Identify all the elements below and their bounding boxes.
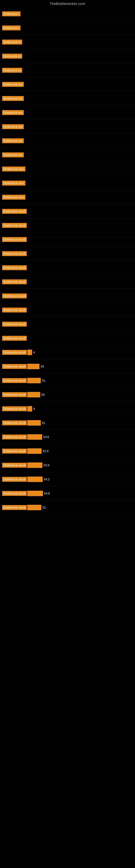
- bottleneck-label: Bottleneck res: [2, 110, 24, 115]
- table-row: Bottleneck result: [0, 204, 135, 218]
- table-row: Bottleneck result4: [0, 345, 135, 360]
- bottleneck-label: Bottleneck result: [2, 448, 27, 454]
- table-row: Bottleneck result50: [0, 388, 135, 402]
- table-row: Bottleneck res: [0, 91, 135, 105]
- bar-segment: [27, 350, 32, 355]
- bottleneck-label: Bottleneck result: [2, 435, 27, 439]
- table-row: Bottleneck result54.2: [0, 472, 135, 486]
- table-row: Bottleneck result: [0, 247, 135, 261]
- bar-value: 49: [41, 365, 44, 368]
- bottleneck-label: Bottleneck resu: [2, 166, 26, 172]
- table-row: Bottleneck res: [0, 134, 135, 148]
- bar-segment: [27, 505, 41, 510]
- table-row: Bottleneck result: [0, 303, 135, 317]
- bottleneck-label: Bottleneck result: [2, 350, 27, 355]
- table-row: Bottleneck result: [0, 232, 135, 247]
- bottleneck-label: Bottleneck result: [2, 505, 27, 510]
- bottleneck-label: Bottleneck resu: [2, 181, 26, 186]
- table-row: Bottleneck result49: [0, 360, 135, 373]
- bottleneck-label: Bottleneck result: [2, 223, 27, 228]
- table-row: Bottleneck result51.: [0, 416, 135, 430]
- table-row: Bottleneck result51.: [0, 373, 135, 388]
- bar-segment: [27, 378, 41, 383]
- table-row: Bottleneck res: [0, 120, 135, 134]
- bottleneck-label: Bottleneck result: [2, 293, 27, 299]
- bottleneck-label: Bottleneck res: [2, 96, 24, 101]
- bar-value: 54.2: [44, 478, 49, 481]
- table-row: Bottleneck re: [0, 49, 135, 63]
- table-row: Bottleneck result4: [0, 402, 135, 416]
- bar-value: 4: [33, 351, 35, 354]
- bottleneck-label: Bottleneck res: [2, 152, 24, 157]
- bottleneck-label: Bottleneck res: [2, 82, 24, 87]
- table-row: Bottleneck r: [0, 21, 135, 35]
- bottleneck-label: Bottleneck resu: [2, 195, 26, 199]
- bar-segment: [27, 392, 40, 397]
- bar-segment: [27, 491, 43, 496]
- bottleneck-label: Bottleneck re: [2, 68, 22, 73]
- bar-segment: [27, 463, 42, 468]
- bar-segment: [27, 476, 43, 482]
- bottleneck-label: Bottleneck r: [2, 26, 20, 30]
- table-row: Bottleneck resu: [0, 190, 135, 204]
- bottleneck-label: Bottleneck re: [2, 54, 22, 59]
- table-row: Bottleneck result: [0, 218, 135, 232]
- bar-value: 53.9: [43, 464, 49, 467]
- bottleneck-label: Bottleneck result: [2, 279, 27, 284]
- bottleneck-label: Bottleneck result: [2, 406, 27, 411]
- bottleneck-label: Bottleneck result: [2, 322, 27, 327]
- table-row: Bottleneck result52.: [0, 500, 135, 515]
- table-row: Bottleneck result54.8: [0, 486, 135, 500]
- table-row: Bottleneck result: [0, 261, 135, 275]
- table-row: Bottleneck res: [0, 77, 135, 91]
- bar-value: 51.: [42, 379, 46, 382]
- table-row: Bottleneck r: [0, 7, 135, 21]
- bar-value: 53.6: [43, 435, 49, 439]
- bottleneck-label: Bottleneck result: [2, 392, 27, 397]
- bottleneck-label: Bottleneck result: [2, 308, 27, 312]
- table-row: Bottleneck re: [0, 35, 135, 49]
- table-row: Bottleneck resu: [0, 176, 135, 190]
- table-row: Bottleneck resu: [0, 162, 135, 176]
- bar-value: 50: [41, 393, 45, 396]
- site-title: TheBottlenecker.com: [0, 0, 135, 7]
- bar-value: 51.: [42, 421, 46, 425]
- table-row: Bottleneck re: [0, 63, 135, 77]
- bar-value: 52.: [42, 506, 46, 509]
- bar-segment: [27, 434, 42, 440]
- table-row: Bottleneck result: [0, 317, 135, 331]
- bar-value: 4: [33, 407, 35, 410]
- bar-segment: [27, 364, 39, 369]
- bottleneck-label: Bottleneck re: [2, 40, 22, 44]
- bar-segment: [27, 406, 32, 411]
- bottleneck-label: Bottleneck result: [2, 463, 27, 468]
- bottleneck-label: Bottleneck res: [2, 124, 24, 129]
- table-row: Bottleneck result53.9: [0, 458, 135, 472]
- bottleneck-label: Bottleneck result: [2, 477, 27, 482]
- table-row: Bottleneck result52.9: [0, 444, 135, 458]
- bottleneck-label: Bottleneck result: [2, 237, 27, 242]
- bar-value: 54.8: [44, 492, 50, 495]
- bottleneck-label: Bottleneck res: [2, 138, 24, 143]
- table-row: Bottleneck result53.6: [0, 430, 135, 444]
- bar-segment: [27, 448, 42, 454]
- bottleneck-label: Bottleneck result: [2, 421, 27, 425]
- bottleneck-label: Bottleneck result: [2, 364, 27, 369]
- bottleneck-label: Bottleneck r: [2, 11, 20, 16]
- bottleneck-label: Bottleneck result: [2, 209, 27, 214]
- bottleneck-label: Bottleneck result: [2, 378, 27, 383]
- table-row: Bottleneck result: [0, 331, 135, 345]
- table-row: Bottleneck res: [0, 148, 135, 162]
- table-row: Bottleneck res: [0, 105, 135, 120]
- bottleneck-label: Bottleneck result: [2, 251, 27, 256]
- bottleneck-label: Bottleneck result: [2, 491, 27, 496]
- bar-segment: [27, 420, 41, 426]
- table-row: Bottleneck result: [0, 289, 135, 303]
- bottleneck-label: Bottleneck result: [2, 336, 27, 341]
- bottleneck-label: Bottleneck result: [2, 265, 27, 270]
- bar-value: 52.9: [43, 450, 48, 453]
- table-row: Bottleneck result: [0, 275, 135, 289]
